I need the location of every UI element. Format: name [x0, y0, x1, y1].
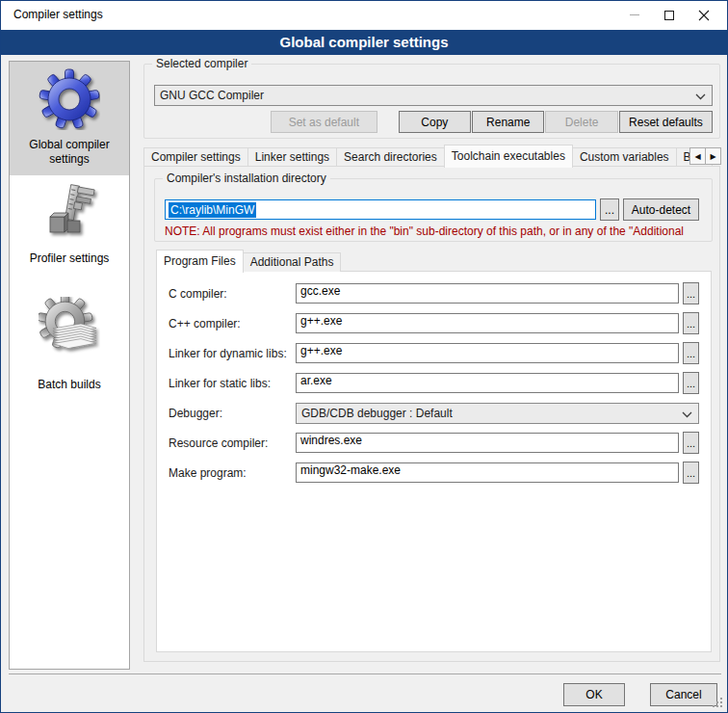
- maximize-button[interactable]: [652, 1, 687, 29]
- make-program-input[interactable]: mingw32-make.exe: [296, 462, 679, 483]
- maximize-icon: [664, 11, 674, 20]
- form-row-debugger: Debugger: GDB/CDB debugger : Default: [157, 400, 711, 430]
- tab-custom-variables[interactable]: Custom variables: [572, 147, 677, 167]
- field-label: Debugger:: [169, 400, 222, 427]
- chevron-down-icon: [682, 411, 692, 418]
- installation-directory-group: Compiler's installation directory C:\ray…: [154, 178, 713, 242]
- compiler-buttons-row: Set as default Copy Rename Delete Reset …: [154, 111, 713, 133]
- field-label: C++ compiler:: [169, 310, 241, 337]
- page-title: Global compiler settings: [1, 30, 727, 55]
- dialog-body: Global compiler settings: [1, 55, 728, 713]
- resource-compiler-browse-button[interactable]: ...: [683, 432, 699, 454]
- field-label: Linker for dynamic libs:: [169, 340, 287, 367]
- tab-compiler-settings[interactable]: Compiler settings: [143, 147, 248, 167]
- selected-compiler-group: Selected compiler GNU GCC Compiler Set a…: [143, 64, 720, 139]
- cpp-compiler-browse-button[interactable]: ...: [683, 312, 699, 334]
- program-files-tabstrip: Program Files Additional Paths: [156, 251, 340, 272]
- group-legend: Compiler's installation directory: [163, 172, 330, 185]
- settings-tabstrip: Compiler settings Linker settings Search…: [143, 145, 721, 167]
- selected-path-text: C:\raylib\MinGW: [169, 202, 256, 218]
- window-controls: [617, 1, 721, 29]
- installation-directory-input[interactable]: C:\raylib\MinGW: [165, 199, 596, 220]
- compiler-select-value: GNU GCC Compiler: [160, 89, 264, 102]
- sidebar-item-profiler-settings[interactable]: Profiler settings: [10, 175, 129, 275]
- program-files-page: C compiler: gcc.exe ... C++ compiler: g+…: [156, 271, 712, 652]
- spacer: [154, 111, 271, 133]
- minimize-button[interactable]: [617, 1, 652, 29]
- tab-scroll-left-button[interactable]: ◀: [689, 147, 706, 165]
- chevron-down-icon: [695, 93, 706, 100]
- set-as-default-button[interactable]: Set as default: [271, 111, 377, 133]
- static-linker-input[interactable]: ar.exe: [296, 373, 679, 393]
- reset-defaults-button[interactable]: Reset defaults: [619, 111, 713, 133]
- sidebar-item-batch-builds[interactable]: Batch builds: [10, 275, 129, 401]
- sidebar-item-label: Profiler settings: [13, 251, 125, 266]
- field-label: Make program:: [169, 460, 247, 487]
- toolchain-form: C compiler: gcc.exe ... C++ compiler: g+…: [157, 272, 711, 489]
- dynamic-linker-browse-button[interactable]: ...: [683, 342, 699, 364]
- rename-button[interactable]: Rename: [472, 111, 544, 133]
- auto-detect-button[interactable]: Auto-detect: [623, 198, 699, 221]
- titlebar[interactable]: Compiler settings: [1, 1, 727, 30]
- tab-scroll-left-icon: ◀: [694, 152, 700, 161]
- debugger-select-value: GDB/CDB debugger : Default: [301, 407, 453, 420]
- delete-button[interactable]: Delete: [545, 111, 617, 133]
- form-row-c-compiler: C compiler: gcc.exe ...: [157, 280, 711, 310]
- sidebar-item-global-compiler-settings[interactable]: Global compiler settings: [10, 62, 129, 175]
- resize-grip[interactable]: [713, 698, 724, 709]
- sidebar-item-label: Batch builds: [13, 378, 125, 392]
- c-compiler-browse-button[interactable]: ...: [683, 282, 699, 304]
- tab-search-directories[interactable]: Search directories: [336, 147, 445, 167]
- tab-scroll-right-button[interactable]: ▶: [705, 147, 721, 165]
- field-label: Resource compiler:: [169, 430, 268, 457]
- compiler-settings-dialog: Compiler settings Global compiler settin…: [0, 0, 728, 713]
- tab-toolchain-executables[interactable]: Toolchain executables: [444, 145, 573, 168]
- caliper-icon: [39, 182, 100, 244]
- field-label: C compiler:: [169, 280, 227, 307]
- form-row-dynamic-linker: Linker for dynamic libs: g++.exe ...: [157, 340, 711, 370]
- toolchain-executables-page: Compiler's installation directory C:\ray…: [143, 166, 720, 662]
- form-row-make-program: Make program: mingw32-make.exe ...: [157, 460, 711, 489]
- note-text: NOTE: All programs must exist either in …: [165, 224, 710, 238]
- close-button[interactable]: [687, 1, 721, 29]
- tab-additional-paths[interactable]: Additional Paths: [243, 252, 342, 272]
- copy-button[interactable]: Copy: [399, 111, 471, 133]
- dynamic-linker-input[interactable]: g++.exe: [296, 343, 679, 363]
- tab-program-files[interactable]: Program Files: [156, 250, 244, 273]
- browse-directory-button[interactable]: ...: [600, 198, 619, 221]
- batch-builds-icon: [39, 297, 100, 358]
- cpp-compiler-input[interactable]: g++.exe: [296, 313, 679, 333]
- c-compiler-input[interactable]: gcc.exe: [296, 283, 679, 304]
- form-row-resource-compiler: Resource compiler: windres.exe ...: [157, 430, 711, 460]
- tab-scroll-buttons: ◀ ▶: [690, 147, 721, 165]
- compiler-select[interactable]: GNU GCC Compiler: [154, 85, 713, 106]
- spacer: [377, 111, 399, 133]
- close-icon: [698, 10, 710, 21]
- ok-button[interactable]: OK: [563, 683, 625, 706]
- tab-scroll-right-icon: ▶: [710, 152, 715, 161]
- static-linker-browse-button[interactable]: ...: [683, 372, 699, 394]
- make-program-browse-button[interactable]: ...: [683, 462, 699, 484]
- tab-linker-settings[interactable]: Linker settings: [247, 147, 337, 167]
- form-row-cpp-compiler: C++ compiler: g++.exe ...: [157, 310, 711, 340]
- field-label: Linker for static libs:: [169, 370, 271, 397]
- footer-separator: [9, 673, 721, 674]
- window-title: Compiler settings: [13, 1, 103, 29]
- cancel-button[interactable]: Cancel: [650, 683, 717, 706]
- minimize-icon: [630, 14, 639, 15]
- debugger-select[interactable]: GDB/CDB debugger : Default: [296, 403, 699, 424]
- group-legend: Selected compiler: [152, 57, 251, 70]
- form-row-static-linker: Linker for static libs: ar.exe ...: [157, 370, 711, 400]
- settings-category-list: Global compiler settings: [9, 61, 130, 670]
- resource-compiler-input[interactable]: windres.exe: [296, 433, 679, 453]
- compiler-gear-icon: [39, 68, 100, 130]
- sidebar-item-label: Global compiler settings: [13, 138, 125, 167]
